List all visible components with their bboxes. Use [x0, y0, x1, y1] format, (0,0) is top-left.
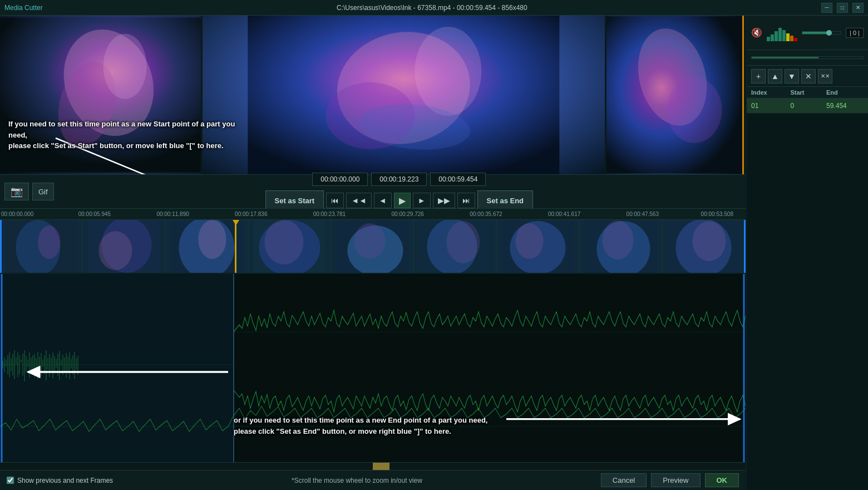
volume-slider-fill — [802, 32, 829, 34]
delete-all-cuts-button[interactable]: ✕✕ — [818, 69, 832, 84]
nav-prev-start-button[interactable]: ⏮ — [326, 193, 344, 208]
volume-track[interactable] — [751, 56, 864, 59]
ruler-tick-9: 00:00:53.508 — [701, 211, 733, 217]
time-start-display: 00:00:00.000 — [312, 173, 368, 186]
cancel-button[interactable]: Cancel — [601, 473, 647, 487]
timeline-strip[interactable]: 00:00:00.000 00:00:05.945 00:00:11.890 0… — [0, 209, 746, 273]
move-down-button[interactable]: ▼ — [785, 69, 799, 84]
nav-step-fwd-button[interactable]: ► — [413, 193, 431, 208]
title-bar: Media Cutter C:\Users\asus\Videos\Ink - … — [0, 0, 868, 16]
ruler-tick-3: 00:00:17.836 — [235, 211, 267, 217]
scrollbar-thumb[interactable] — [373, 463, 389, 470]
playhead[interactable] — [235, 220, 236, 273]
show-frames-label: Show previous and next Frames — [17, 477, 113, 484]
delete-cut-button[interactable]: ✕ — [801, 69, 816, 84]
svg-point-7 — [415, 27, 482, 116]
close-button[interactable]: ✕ — [852, 3, 864, 13]
cut-end-1: 59.454 — [822, 99, 868, 114]
svg-point-11 — [667, 77, 722, 143]
scroll-hint: *Scroll the mouse wheel to zoom in/out v… — [292, 477, 422, 484]
move-up-button[interactable]: ▲ — [768, 69, 782, 84]
selection-highlight — [0, 220, 746, 273]
col-end: End — [822, 87, 868, 99]
camera-button[interactable]: 📷 — [4, 183, 29, 200]
app-name: Media Cutter — [4, 4, 43, 12]
thumbnails-row[interactable] — [0, 220, 746, 273]
volume-icon: 🔇 — [751, 27, 762, 38]
svg-point-3 — [103, 34, 147, 99]
main-content: If you need to set this time point as a … — [0, 16, 868, 490]
controls-bar: 📷 Gif 00:00:00.000 00:00:19.223 00:00:59… — [0, 174, 746, 209]
nav-play-button[interactable]: ▶ — [394, 193, 411, 208]
frame-bg-left — [0, 16, 201, 174]
volume-track-fill — [752, 57, 818, 58]
vbar-4 — [778, 28, 782, 41]
time-end-display: 00:00:59.454 — [430, 173, 486, 186]
vbar-3 — [775, 31, 778, 41]
nav-prev-button[interactable]: ◄◄ — [346, 193, 372, 208]
waveform-scrollbar[interactable] — [0, 462, 746, 470]
col-start: Start — [786, 87, 822, 99]
minimize-button[interactable]: ─ — [821, 3, 832, 13]
volume-slider[interactable] — [802, 31, 841, 35]
ruler-tick-6: 00:00:35.672 — [470, 211, 502, 217]
volume-slider-row — [747, 50, 868, 66]
time-displays: 00:00:00.000 00:00:19.223 00:00:59.454 — [312, 173, 486, 186]
app-title: Media Cutter — [4, 4, 43, 12]
cut-row-1[interactable]: 01 0 59.454 — [747, 99, 868, 114]
time-ruler: 00:00:00.000 00:00:05.945 00:00:11.890 0… — [0, 209, 746, 220]
right-panel: 🔇 | 0 | — [746, 16, 868, 490]
ruler-tick-8: 00:00:47.563 — [627, 211, 659, 217]
volume-area: 🔇 | 0 | — [747, 16, 868, 50]
ruler-tick-7: 00:00:41.617 — [548, 211, 580, 217]
vbar-8 — [794, 38, 797, 41]
add-cut-button[interactable]: + — [751, 69, 766, 84]
gif-button[interactable]: Gif — [32, 183, 54, 200]
ok-button[interactable]: OK — [705, 473, 739, 487]
ruler-tick-4: 00:00:23.781 — [313, 211, 346, 217]
preview-frame-right — [606, 16, 746, 174]
preview-button[interactable]: Preview — [651, 473, 700, 487]
show-frames-checkbox[interactable]: Show previous and next Frames — [7, 477, 113, 484]
file-title: C:\Users\asus\Videos\Ink - 67358.mp4 - 0… — [337, 4, 527, 12]
delete-all-icon: ✕✕ — [821, 73, 830, 79]
center-panel: If you need to set this time point as a … — [0, 16, 746, 490]
vbar-1 — [767, 37, 770, 41]
preview-area: If you need to set this time point as a … — [0, 16, 746, 174]
preview-frame-center — [203, 16, 606, 174]
frame-bg-right — [606, 16, 744, 174]
nav-step-back-button[interactable]: ◄ — [374, 193, 392, 208]
vbar-5 — [782, 30, 786, 41]
nav-next-button[interactable]: ▶▶ — [433, 193, 455, 208]
waveform-visualization — [0, 274, 746, 470]
ruler-tick-2: 00:00:11.890 — [156, 211, 189, 217]
frame-bg-center — [203, 16, 605, 174]
show-frames-input[interactable] — [7, 477, 14, 484]
preview-frame-left — [0, 16, 203, 174]
end-indicator-line — [742, 16, 744, 174]
set-end-button[interactable]: Set as End — [477, 190, 533, 210]
vbar-2 — [771, 35, 774, 41]
volume-meter — [767, 24, 797, 41]
cut-index-1: 01 — [747, 99, 786, 114]
cuts-table: Index Start End 01 0 59.454 — [747, 87, 868, 490]
ruler-tick-5: 00:00:29.726 — [392, 211, 424, 217]
cuts-toolbar: + ▲ ▼ ✕ ✕✕ — [747, 66, 868, 87]
cut-start-1: 0 — [786, 99, 822, 114]
ruler-tick-0: 00:00:00.000 — [1, 211, 33, 217]
nav-next-end-button[interactable]: ⏭ — [457, 193, 475, 208]
volume-number: | 0 | — [846, 28, 864, 38]
vbar-6 — [786, 33, 790, 41]
waveform-area[interactable]: or if you need to set this time point as… — [0, 273, 746, 470]
set-start-button[interactable]: Set as Start — [265, 190, 324, 210]
time-current-display: 00:00:19.223 — [371, 173, 427, 186]
volume-slider-handle[interactable] — [826, 30, 832, 36]
bottom-bar: Show previous and next Frames *Scroll th… — [0, 470, 746, 490]
col-index: Index — [747, 87, 786, 99]
bracket-start[interactable] — [0, 220, 2, 273]
bottom-buttons: Cancel Preview OK — [601, 473, 739, 487]
maximize-button[interactable]: □ — [837, 3, 848, 13]
playback-controls: Set as Start ⏮ ◄◄ ◄ ▶ ► ▶▶ ⏭ Set as End — [265, 190, 533, 210]
window-controls: ─ □ ✕ — [821, 3, 864, 13]
bracket-end[interactable] — [744, 220, 746, 273]
